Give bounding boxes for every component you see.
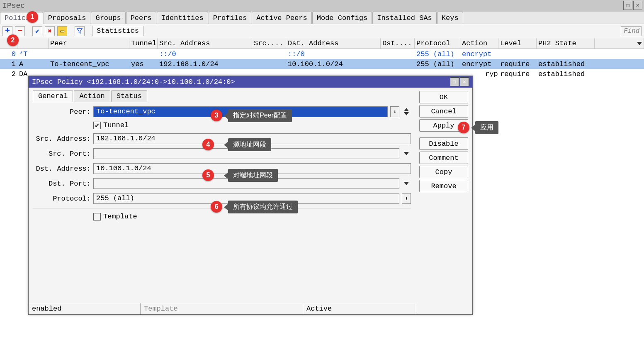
peer-spin-button[interactable] xyxy=(402,106,411,117)
col-dstport[interactable]: Dst.... xyxy=(381,38,415,49)
remove-button-dlg[interactable]: Remove xyxy=(419,180,468,192)
table-row[interactable]: 0 *T ::/0 ::/0 255 (all) encrypt xyxy=(0,49,644,59)
col-menu[interactable] xyxy=(595,38,644,49)
dialog-tab-status[interactable]: Status xyxy=(111,90,147,102)
src-port-label: Src. Port: xyxy=(33,150,91,158)
tab-mode-configs[interactable]: Mode Configs xyxy=(312,12,372,24)
status-template: Template xyxy=(141,303,303,314)
window-close-button[interactable]: ✕ xyxy=(633,1,642,10)
ok-button[interactable]: OK xyxy=(419,91,468,103)
grid-header: # Peer Tunnel Src. Address Src.... Dst. … xyxy=(0,38,644,49)
peer-label: Peer: xyxy=(33,108,91,116)
window-restore-button[interactable]: ❐ xyxy=(623,1,632,10)
dialog-restore-button[interactable]: ❐ xyxy=(450,77,459,86)
table-row[interactable]: 1 A To-tencent_vpc yes 192.168.1.0/24 10… xyxy=(0,59,644,69)
annotation-badge-2: 2 xyxy=(7,34,19,46)
tab-peers[interactable]: Peers xyxy=(126,12,156,24)
src-port-dropdown[interactable] xyxy=(402,148,411,159)
col-proto[interactable]: Protocol xyxy=(415,38,460,49)
status-active: Active xyxy=(303,303,415,314)
dialog-tab-action[interactable]: Action xyxy=(74,90,110,102)
dialog-tabs: General Action Status xyxy=(33,90,411,102)
annotation-callout-4: 源地址网段 xyxy=(228,138,271,151)
copy-button[interactable]: Copy xyxy=(419,166,468,178)
col-srcport[interactable]: Src.... xyxy=(252,38,286,49)
chevron-down-icon xyxy=(637,42,642,45)
chevron-down-icon xyxy=(404,182,409,185)
annotation-badge-7: 7 xyxy=(458,122,469,133)
find-input[interactable]: Find xyxy=(621,26,642,36)
annotation-badge-5: 5 xyxy=(202,169,214,181)
main-tabs: Policies Proposals Groups Peers Identiti… xyxy=(0,12,644,24)
annotation-badge-6: 6 xyxy=(211,201,222,213)
protocol-label: Protocol: xyxy=(33,195,91,203)
col-level[interactable]: Level xyxy=(498,38,537,49)
dialog-close-button[interactable]: ✕ xyxy=(460,77,469,86)
annotation-badge-3: 3 xyxy=(211,110,222,121)
col-peer[interactable]: Peer xyxy=(49,38,129,49)
enable-button[interactable]: ✔ xyxy=(32,26,42,36)
dst-port-label: Dst. Port: xyxy=(33,180,91,188)
tab-active-peers[interactable]: Active Peers xyxy=(252,12,311,24)
src-address-label: Src. Address: xyxy=(33,135,91,143)
annotation-callout-6: 所有协议均允许通过 xyxy=(228,201,298,213)
tab-keys[interactable]: Keys xyxy=(437,12,463,24)
peer-dropdown-button[interactable]: ⬍ xyxy=(390,106,399,117)
disable-button[interactable]: ✖ xyxy=(45,26,55,36)
status-enabled: enabled xyxy=(29,303,141,314)
dialog-title-text: IPsec Policy <192.168.1.0/24:0->10.100.1… xyxy=(32,78,235,86)
annotation-callout-3: 指定对端Peer配置 xyxy=(228,109,292,122)
cancel-button[interactable]: Cancel xyxy=(419,105,468,118)
comment-button-dlg[interactable]: Comment xyxy=(419,152,468,164)
window-title-text: IPsec xyxy=(2,2,25,10)
dst-address-label: Dst. Address: xyxy=(33,165,91,173)
annotation-callout-5: 对端地址网段 xyxy=(228,169,278,182)
col-dst[interactable]: Dst. Address xyxy=(286,38,381,49)
comment-button[interactable]: ▭ xyxy=(57,26,67,36)
tunnel-label: Tunnel xyxy=(103,121,129,129)
annotation-callout-7: 应用 xyxy=(475,121,498,134)
window-title: IPsec ❐ ✕ xyxy=(0,0,644,12)
toolbar: + − ✔ ✖ ▭ Statistics Find xyxy=(0,24,644,38)
col-src[interactable]: Src. Address xyxy=(158,38,252,49)
tunnel-checkbox[interactable]: ✔ xyxy=(93,122,101,129)
tab-installed-sas[interactable]: Installed SAs xyxy=(372,12,437,24)
remove-button[interactable]: − xyxy=(15,26,25,36)
dst-port-dropdown[interactable] xyxy=(402,178,411,189)
disable-button[interactable]: Disable xyxy=(419,137,468,150)
template-checkbox[interactable] xyxy=(93,213,101,220)
tab-proposals[interactable]: Proposals xyxy=(44,12,91,24)
dialog-status-bar: enabled Template Active xyxy=(29,303,415,314)
protocol-dropdown[interactable]: ⬍ xyxy=(402,193,411,204)
tab-identities[interactable]: Identities xyxy=(157,12,208,24)
template-label: Template xyxy=(103,213,137,220)
chevron-down-icon xyxy=(404,152,409,155)
annotation-badge-1: 1 xyxy=(27,11,38,23)
col-action[interactable]: Action xyxy=(460,38,498,49)
col-flag[interactable] xyxy=(17,38,49,49)
tab-groups[interactable]: Groups xyxy=(91,12,125,24)
dialog-tab-general[interactable]: General xyxy=(33,90,73,102)
col-tunnel[interactable]: Tunnel xyxy=(129,38,158,49)
statistics-button[interactable]: Statistics xyxy=(92,26,143,36)
funnel-icon xyxy=(77,28,83,34)
annotation-badge-4: 4 xyxy=(202,139,214,150)
filter-button[interactable] xyxy=(75,26,85,36)
dialog-title[interactable]: IPsec Policy <192.168.1.0/24:0->10.100.1… xyxy=(29,76,472,88)
col-ph2[interactable]: PH2 State xyxy=(537,38,595,49)
tab-profiles[interactable]: Profiles xyxy=(209,12,252,24)
